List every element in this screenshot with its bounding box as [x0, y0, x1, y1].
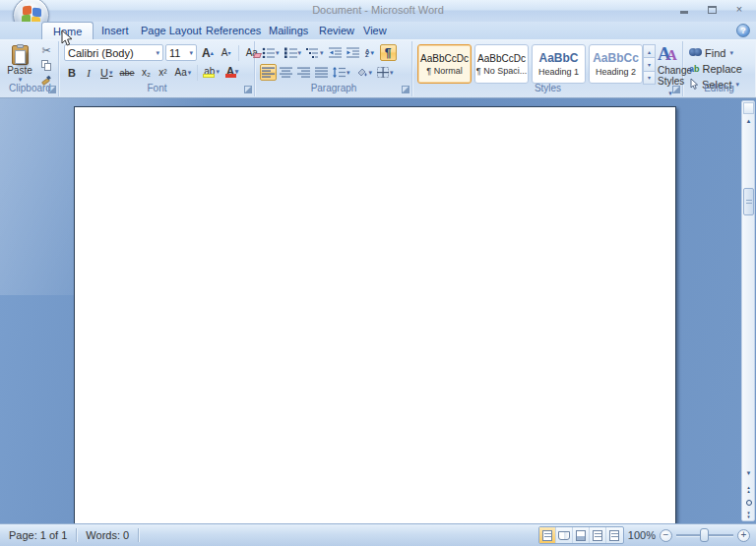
align-center-button[interactable] [278, 64, 294, 81]
font-dialog-launcher[interactable] [244, 86, 252, 93]
find-caret-icon: ▾ [729, 49, 733, 56]
font-size-combo[interactable]: 11 ▾ [165, 44, 197, 61]
find-label: Find [705, 47, 725, 59]
font-name-combo[interactable]: Calibri (Body) ▾ [64, 44, 163, 61]
styles-dialog-launcher[interactable] [672, 86, 680, 93]
bullets-icon [262, 47, 275, 58]
paragraph-dialog-launcher[interactable] [402, 86, 410, 93]
styles-scroll-down-button[interactable]: ▾ [643, 57, 656, 71]
document-page[interactable] [74, 106, 676, 523]
show-hide-button[interactable]: ¶ [380, 44, 397, 61]
align-left-button[interactable] [260, 64, 277, 81]
justify-button[interactable] [313, 64, 330, 81]
bold-button[interactable]: B [64, 64, 80, 81]
print-layout-view-button[interactable] [539, 527, 556, 543]
scroll-down-button[interactable]: ▼ [743, 467, 754, 478]
underline-icon: U [100, 67, 108, 79]
vertical-scrollbar[interactable]: ▲ ▼ ▴▴ ▾▾ [741, 100, 755, 521]
increase-indent-button[interactable] [345, 44, 361, 61]
style-name: ¶ No Spaci... [476, 66, 527, 76]
select-browse-object-button[interactable] [743, 497, 754, 508]
strikethrough-button[interactable]: abe [116, 64, 137, 81]
minimize-button[interactable] [675, 3, 693, 16]
close-button[interactable]: × [730, 3, 748, 16]
scroll-down-icon: ▼ [746, 470, 752, 476]
font-row-1: Calibri (Body) ▾ 11 ▾ A▴ A▾ Aa [64, 44, 261, 61]
styles-group-label: Styles [413, 83, 682, 95]
zoom-in-button[interactable]: + [737, 529, 750, 542]
outline-view-button[interactable] [590, 527, 606, 543]
font-color-button[interactable]: A▾ [223, 64, 241, 81]
numbering-icon [284, 47, 297, 58]
style-normal[interactable]: AaBbCcDc ¶ Normal [417, 44, 472, 84]
grow-font-button[interactable]: A▴ [199, 44, 217, 61]
shrink-font-icon: A [221, 47, 228, 58]
style-preview: AaBbCcDc [420, 53, 469, 64]
scrollbar-thumb[interactable] [743, 188, 754, 215]
page-count-indicator[interactable]: Page: 1 of 1 [0, 528, 76, 542]
double-up-icon2: ▴ [747, 489, 750, 493]
web-layout-view-button[interactable] [573, 527, 590, 543]
group-editing: Find ▾ ab Replace Select ▾ Editing [683, 41, 755, 96]
window-title: Document - Microsoft Word [0, 4, 756, 16]
superscript-button[interactable]: x² [156, 64, 171, 81]
font-name-caret-icon: ▾ [156, 49, 159, 56]
view-ruler-button[interactable] [743, 102, 754, 114]
subscript-button[interactable]: x₂ [139, 64, 155, 81]
bullets-caret-icon: ▾ [276, 49, 280, 56]
titlebar: Document - Microsoft Word × [0, 0, 756, 22]
italic-button[interactable]: I [81, 64, 96, 81]
full-screen-reading-icon [558, 531, 570, 540]
zoom-slider-thumb[interactable] [700, 528, 709, 542]
help-button[interactable]: ? [736, 24, 750, 37]
clipboard-dialog-launcher[interactable] [48, 86, 56, 93]
paste-icon-clip [17, 44, 24, 48]
word-count-indicator[interactable]: Words: 0 [77, 528, 138, 542]
style-preview: AaBbCc [593, 51, 639, 65]
borders-button[interactable]: ▾ [375, 64, 396, 81]
previous-page-button[interactable]: ▴▴ [743, 483, 754, 494]
find-button[interactable]: Find ▾ [688, 45, 734, 60]
style-heading-2[interactable]: AaBbCc Heading 2 [589, 44, 643, 84]
multilevel-list-button[interactable]: ▾ [304, 44, 326, 61]
draft-view-button[interactable] [606, 527, 623, 543]
next-page-button[interactable]: ▾▾ [743, 509, 754, 519]
sort-button[interactable]: AZ ▼ [362, 44, 379, 61]
separator [238, 45, 239, 61]
style-heading-1[interactable]: AaBbC Heading 1 [532, 44, 586, 84]
styles-scroll-up-button[interactable]: ▴ [643, 44, 656, 58]
paste-button[interactable]: Paste ▾ [6, 44, 33, 84]
highlight-button[interactable]: ab▾ [201, 64, 222, 81]
highlight-caret-icon: ▾ [216, 68, 220, 75]
launcher-arrow-icon [672, 86, 680, 93]
font-size-caret-icon: ▾ [189, 49, 193, 56]
underline-button[interactable]: U▾ [97, 64, 115, 81]
scroll-up-button[interactable]: ▲ [743, 115, 754, 126]
zoom-slider[interactable] [676, 528, 733, 542]
decrease-indent-button[interactable] [327, 44, 344, 61]
align-right-button[interactable] [295, 64, 312, 81]
numbering-button[interactable]: ▾ [283, 44, 304, 61]
zoom-out-button[interactable]: − [660, 529, 672, 542]
line-spacing-button[interactable]: ▾ [331, 64, 352, 81]
editing-group-label: Editing [683, 83, 755, 95]
maximize-button[interactable] [703, 3, 721, 16]
zoom-level-label[interactable]: 100% [628, 529, 656, 541]
mouse-cursor [61, 30, 73, 47]
tab-view[interactable]: View [352, 22, 398, 39]
thumb-grip [746, 200, 752, 201]
bullets-button[interactable]: ▾ [260, 44, 282, 61]
shading-button[interactable]: ▾ [353, 64, 375, 81]
tab-review-label: Review [319, 25, 354, 36]
shrink-font-button[interactable]: A▾ [219, 44, 234, 61]
full-screen-reading-view-button[interactable] [556, 527, 573, 543]
grow-arrow-icon: ▴ [211, 49, 214, 56]
replace-button[interactable]: ab Replace [688, 61, 743, 76]
separator [138, 528, 139, 542]
group-styles: AaBbCcDc ¶ Normal AaBbCcDc ¶ No Spaci...… [413, 41, 683, 96]
cut-button[interactable]: ✂ [37, 44, 55, 57]
style-no-spacing[interactable]: AaBbCcDc ¶ No Spaci... [474, 44, 529, 84]
pilcrow-icon: ¶ [385, 46, 392, 60]
change-case-button[interactable]: Aa▾ [172, 64, 195, 81]
copy-button[interactable] [37, 59, 55, 72]
